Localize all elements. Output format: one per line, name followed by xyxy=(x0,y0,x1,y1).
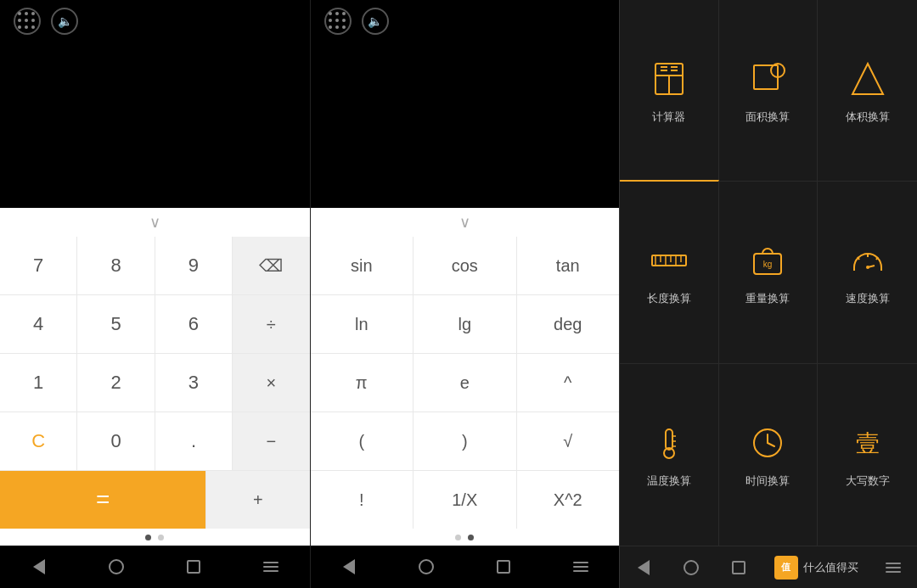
left-panel: 🔈 ∨ 7 8 9 ⌫ 4 5 6 ÷ xyxy=(0,0,620,588)
home-icon-1 xyxy=(109,559,124,574)
nav-recent-2[interactable] xyxy=(491,554,516,580)
page-dot-1-inactive xyxy=(158,535,164,540)
volume-icon-1: 🔈 xyxy=(51,8,78,35)
key-9[interactable]: 9 xyxy=(155,237,233,294)
time-icon xyxy=(745,421,790,465)
key-dot[interactable]: . xyxy=(155,412,233,470)
key-lg[interactable]: lg xyxy=(413,295,517,353)
nav-recent-1[interactable] xyxy=(181,554,206,580)
key-1[interactable]: 1 xyxy=(0,354,77,412)
menu-icon-right xyxy=(886,563,901,573)
app-item-speed[interactable]: 速度换算 xyxy=(818,182,917,363)
key-0[interactable]: 0 xyxy=(77,412,155,470)
back-icon-1 xyxy=(33,559,45,574)
app-item-weight[interactable]: kg 重量换算 xyxy=(719,182,819,363)
display-area-1 xyxy=(0,42,310,208)
speed-label: 速度换算 xyxy=(846,291,890,306)
phone-screen-1: 🔈 ∨ 7 8 9 ⌫ 4 5 6 ÷ xyxy=(0,0,310,588)
chinese-icon: 壹 xyxy=(846,421,890,465)
key-lparen[interactable]: ( xyxy=(311,412,414,470)
key-power[interactable]: ^ xyxy=(517,354,620,412)
nav-home-2[interactable] xyxy=(413,554,439,580)
right-nav: 值 什么值得买 xyxy=(620,546,917,588)
key-3[interactable]: 3 xyxy=(155,354,233,412)
nav-menu-2[interactable] xyxy=(568,554,594,580)
app-item-area[interactable]: 面积换算 xyxy=(719,0,819,182)
recent-icon-1 xyxy=(187,560,200,574)
key-multiply[interactable]: × xyxy=(233,354,309,412)
nav-home-1[interactable] xyxy=(104,554,129,580)
key-equals[interactable]: = xyxy=(0,471,206,529)
key-e[interactable]: e xyxy=(413,354,517,412)
temperature-label: 温度换算 xyxy=(647,473,691,489)
nav-back-1[interactable] xyxy=(26,554,52,580)
key-factorial[interactable]: ! xyxy=(311,471,414,529)
temperature-icon xyxy=(647,421,691,465)
display-area-2 xyxy=(311,42,620,208)
svg-text:壹: 壹 xyxy=(856,430,880,456)
app-item-time[interactable]: 时间换算 xyxy=(719,364,819,546)
home-icon-right xyxy=(684,560,699,575)
key-tan[interactable]: tan xyxy=(517,237,620,294)
backspace-icon: ⌫ xyxy=(259,255,283,276)
key-8[interactable]: 8 xyxy=(77,237,155,294)
sci-row-2: ln lg deg xyxy=(311,295,620,354)
sci-row-3: π e ^ xyxy=(311,354,620,412)
app-item-temperature[interactable]: 温度换算 xyxy=(620,364,719,546)
key-deg[interactable]: deg xyxy=(517,295,620,353)
page-dot-2-active xyxy=(468,535,474,540)
svg-rect-7 xyxy=(754,65,778,89)
grid-icon-2 xyxy=(324,8,352,35)
svg-text:kg: kg xyxy=(763,260,773,269)
key-sqrt[interactable]: √ xyxy=(517,412,620,470)
page-dots-2 xyxy=(311,529,620,546)
nav-menu-1[interactable] xyxy=(258,554,284,580)
status-bar-2: 🔈 xyxy=(311,0,620,42)
length-icon xyxy=(647,238,691,283)
nav-back-right[interactable] xyxy=(631,555,656,580)
sci-row-1: sin cos tan xyxy=(311,237,620,295)
key-7[interactable]: 7 xyxy=(0,237,77,294)
key-backspace[interactable]: ⌫ xyxy=(233,237,309,294)
key-pi[interactable]: π xyxy=(311,354,414,412)
app-item-length[interactable]: 长度换算 xyxy=(620,180,719,363)
key-5[interactable]: 5 xyxy=(77,295,155,353)
nav-home-right[interactable] xyxy=(678,555,704,580)
key-plus[interactable]: + xyxy=(206,471,309,529)
key-row-2: 4 5 6 ÷ xyxy=(0,295,310,354)
key-square[interactable]: X^2 xyxy=(517,471,620,529)
app-item-calculator[interactable]: 计算器 xyxy=(620,0,719,182)
app-item-volume[interactable]: 体积换算 xyxy=(818,0,917,182)
watermark-text: 什么值得买 xyxy=(803,560,858,575)
area-icon xyxy=(745,57,790,101)
key-row-3: 1 2 3 × xyxy=(0,354,310,412)
watermark: 值 什么值得买 xyxy=(774,556,858,580)
key-divide[interactable]: ÷ xyxy=(233,295,309,353)
key-rparen[interactable]: ) xyxy=(413,412,517,470)
chevron-icon-1: ∨ xyxy=(149,213,160,232)
chevron-row-1[interactable]: ∨ xyxy=(0,208,310,237)
nav-menu-right[interactable] xyxy=(880,555,906,580)
recent-icon-right xyxy=(732,561,745,574)
key-minus[interactable]: − xyxy=(233,412,309,470)
calculator-label: 计算器 xyxy=(652,109,685,125)
key-sin[interactable]: sin xyxy=(311,237,414,294)
watermark-logo-text: 值 xyxy=(781,561,790,574)
nav-recent-right[interactable] xyxy=(726,555,751,580)
key-6[interactable]: 6 xyxy=(155,295,233,353)
key-clear[interactable]: C xyxy=(0,412,77,470)
grid-icon-1 xyxy=(14,8,41,35)
key-reciprocal[interactable]: 1/X xyxy=(413,471,517,529)
key-2[interactable]: 2 xyxy=(77,354,155,412)
speed-icon xyxy=(846,238,890,283)
sci-row-5: ! 1/X X^2 xyxy=(311,471,620,529)
page-dot-1-active xyxy=(145,535,151,540)
key-4[interactable]: 4 xyxy=(0,295,77,353)
key-cos[interactable]: cos xyxy=(413,237,517,294)
key-ln[interactable]: ln xyxy=(311,295,414,353)
chevron-row-2[interactable]: ∨ xyxy=(311,208,620,237)
time-label: 时间换算 xyxy=(745,473,790,489)
nav-back-2[interactable] xyxy=(336,554,362,580)
sci-row-4: ( ) √ xyxy=(311,412,620,471)
app-item-chinese[interactable]: 壹 大写数字 xyxy=(818,364,917,546)
